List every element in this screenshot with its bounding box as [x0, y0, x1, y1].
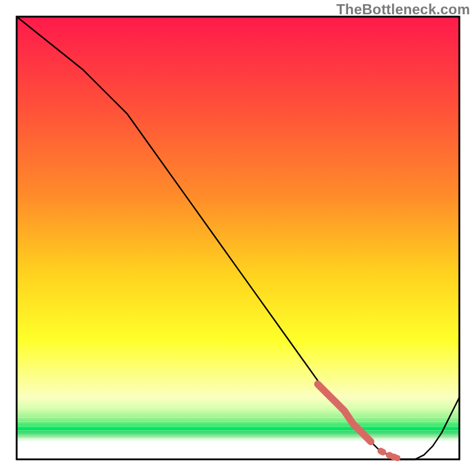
plot-background	[17, 17, 459, 459]
highlight-dot	[389, 455, 390, 456]
chart-stage: TheBottleneck.com	[0, 0, 476, 476]
bottleneck-chart	[0, 0, 476, 476]
watermark-text: TheBottleneck.com	[336, 1, 470, 18]
highlight-dot	[381, 451, 383, 452]
highlight-dot-end	[394, 455, 400, 461]
